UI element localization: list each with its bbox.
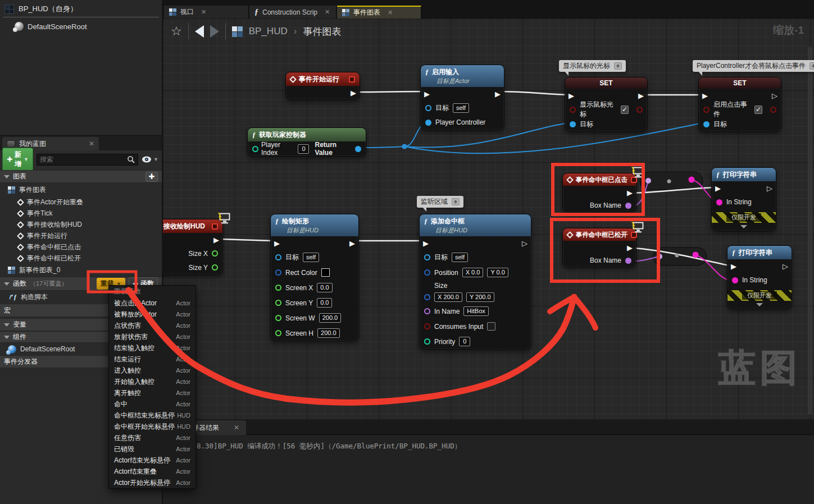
menu-item[interactable]: 已销毁 Actor — [109, 443, 195, 455]
event-graph-canvas[interactable]: ☆ BP_HUD › 事件图表 缩放-1 蓝图 — [163, 19, 814, 419]
exec-out-pin[interactable]: ▷ — [783, 263, 788, 270]
favorite-star-icon[interactable]: ☆ — [171, 24, 182, 39]
bool-pin[interactable] — [570, 107, 576, 113]
bool-out-pin[interactable] — [636, 107, 643, 113]
in-name-value[interactable]: HitBox — [463, 306, 488, 316]
menu-item[interactable]: Actor开始光标悬停 Actor — [109, 477, 195, 488]
visibility-filter[interactable]: ▼ — [142, 156, 161, 163]
size-y-pin[interactable] — [212, 264, 218, 271]
close-icon[interactable]: ✕ — [388, 9, 393, 16]
menu-item[interactable]: 命中框结束光标悬停 HUD — [109, 410, 195, 421]
menu-item[interactable]: 开始输入触控 Actor — [109, 376, 195, 387]
string-pin-dot[interactable] — [689, 177, 695, 183]
bool-pin[interactable] — [703, 107, 710, 113]
menu-item[interactable]: 放射状伤害 Actor — [109, 331, 195, 342]
exec-in-pin[interactable]: ▶ — [424, 90, 430, 98]
name-pin-dot[interactable] — [645, 178, 651, 184]
collapse-arrow-icon[interactable] — [740, 225, 747, 228]
menu-item[interactable]: Actor结束光标悬停 Actor — [109, 455, 195, 466]
sidebar-event-item[interactable]: 事件接收绘制HUD — [0, 219, 162, 230]
component-row-defaultsceneroot[interactable]: DefaultSceneRoot — [0, 17, 162, 31]
screen-x-pin[interactable] — [275, 285, 281, 291]
bool-out-pin[interactable] — [770, 107, 776, 113]
node-event-begin-play[interactable]: 事件开始运行 ▶ — [285, 72, 360, 100]
checkbox-checked[interactable]: ✓ — [754, 106, 762, 114]
sidebar-event-item[interactable]: 事件命中框已松开 — [0, 253, 162, 264]
comment-pin-icon[interactable] — [452, 198, 460, 205]
screen-h-pin[interactable] — [275, 330, 281, 336]
menu-item[interactable]: 结束运行 Actor — [109, 354, 195, 365]
in-name-pin[interactable] — [424, 308, 430, 314]
rect-color-pin[interactable] — [275, 269, 281, 276]
node-comment-bubble[interactable]: 监听区域 — [417, 196, 463, 208]
player-controller-pin[interactable] — [425, 120, 431, 126]
add-graph-button[interactable]: ✚ — [145, 172, 158, 182]
menu-item[interactable]: 结束输入触控 Actor — [109, 342, 195, 354]
target-value[interactable]: self — [452, 253, 468, 262]
exec-out-pin[interactable]: ▶ — [495, 90, 501, 98]
sidebar-item-event-graph[interactable]: 事件图表 — [0, 183, 162, 196]
size-x-value[interactable]: X 200.0 — [434, 292, 462, 302]
screen-x-value[interactable]: 0.0 — [317, 283, 332, 292]
node-event-hit-box-release[interactable]: 事件命中框已松开 ▶ Box Name — [562, 228, 636, 267]
menu-item[interactable]: 被释放的Actor Actor — [109, 309, 195, 320]
node-event-receive-draw-hud[interactable]: 事件接收绘制HUD ▶ Size X Size Y — [163, 219, 223, 275]
node-set-show-mouse-cursor[interactable]: SET ▶ ▶ 显示鼠标光标 ✓ 目标 — [565, 77, 648, 132]
screen-w-value[interactable]: 200.0 — [319, 313, 342, 323]
exec-out-pin[interactable]: ▷ — [767, 185, 772, 192]
exec-out-pin[interactable]: ▶ — [213, 236, 219, 244]
return-value-pin[interactable] — [355, 146, 361, 152]
string-pin-dot[interactable] — [693, 252, 699, 258]
exec-in-pin[interactable]: ▶ — [715, 185, 721, 192]
tab-viewport[interactable]: 视口 ✕ — [164, 6, 249, 19]
screen-w-pin[interactable] — [275, 315, 281, 321]
close-icon[interactable]: ✕ — [325, 8, 330, 16]
sidebar-item-new-event-graph[interactable]: 新事件图表_0 — [0, 264, 162, 277]
exec-in-pin[interactable]: ▶ — [569, 92, 574, 99]
exec-out-pin[interactable]: ▷ — [522, 240, 527, 247]
menu-item[interactable]: 任意伤害 Actor — [109, 432, 195, 443]
sidebar-event-item[interactable]: 事件Tick — [0, 208, 162, 219]
priority-value[interactable]: 0 — [459, 337, 470, 346]
close-icon[interactable]: ✕ — [89, 140, 94, 148]
box-name-pin[interactable] — [625, 258, 631, 264]
menu-item[interactable]: 命中框开始光标悬停 HUD — [109, 421, 195, 432]
node-enable-input[interactable]: ƒ 启用输入 目标是Actor ▶ ▶ 目标 self Player Contr… — [420, 65, 504, 130]
tab-construction-script[interactable]: ƒ Construction Scrip ✕ — [249, 6, 336, 19]
sidebar-event-item[interactable]: 事件命中框已点击 — [0, 241, 162, 253]
checkbox-checked[interactable]: ✓ — [621, 106, 629, 114]
tab-event-graph[interactable]: 事件图表 ✕ — [337, 6, 421, 19]
target-value[interactable]: self — [453, 103, 469, 113]
screen-y-value[interactable]: 0.0 — [317, 298, 332, 308]
position-x-value[interactable]: X 0.0 — [462, 268, 484, 277]
comment-pin-icon[interactable] — [614, 62, 622, 70]
menu-item[interactable]: 点状伤害 Actor — [109, 320, 195, 331]
node-print-string-1[interactable]: ƒ 打印字符串 ▶ ▷ In String 仅限开发 — [711, 167, 776, 231]
menu-item[interactable]: 进入触控 Actor — [109, 365, 195, 376]
node-get-player-controller[interactable]: ƒ 获取玩家控制器 Player Index 0 Return Value — [247, 127, 366, 157]
player-index-pin[interactable] — [252, 146, 258, 152]
search-box[interactable] — [37, 154, 138, 166]
sidebar-event-item[interactable]: 事件开始运行 — [0, 230, 162, 241]
exec-out-pin[interactable]: ▶ — [627, 244, 633, 251]
target-pin[interactable] — [275, 254, 281, 260]
target-value[interactable]: self — [303, 253, 319, 262]
size-pin[interactable] — [424, 294, 430, 300]
exec-in-pin[interactable]: ▶ — [702, 92, 708, 99]
close-icon[interactable]: ✕ — [201, 8, 206, 16]
forward-arrow-icon[interactable] — [210, 25, 219, 38]
back-arrow-icon[interactable] — [195, 25, 204, 38]
screen-h-value[interactable]: 200.0 — [317, 328, 340, 338]
color-swatch[interactable] — [321, 268, 330, 277]
target-pin[interactable] — [570, 121, 576, 127]
node-comment-bubble[interactable]: PlayerController才会将鼠标点击事件 — [693, 60, 814, 72]
target-pin[interactable] — [425, 105, 431, 111]
priority-pin[interactable] — [424, 338, 430, 345]
target-pin[interactable] — [424, 254, 430, 260]
add-new-button[interactable]: ✚ 新增 ▼ — [2, 148, 33, 171]
exec-out-pin[interactable]: ▶ — [349, 240, 355, 247]
in-string-pin[interactable] — [716, 199, 722, 205]
node-print-string-2[interactable]: ƒ 打印字符串 ▶ ▷ In String 仅限开发 — [727, 245, 792, 309]
consumes-input-pin[interactable] — [424, 323, 430, 329]
target-pin[interactable] — [703, 121, 710, 127]
